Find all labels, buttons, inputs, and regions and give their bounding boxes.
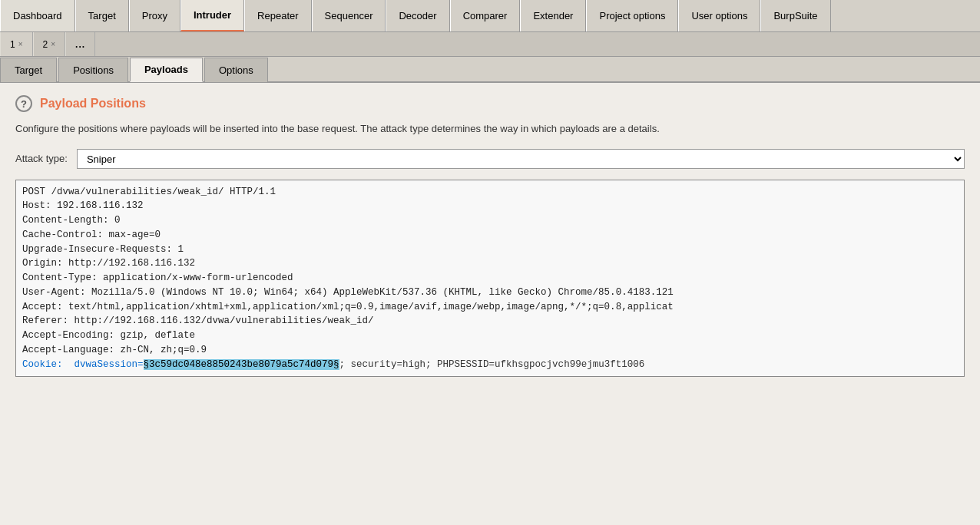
http-line-4: Cache-Control: max-age=0 [22,228,958,243]
http-line-3: Content-Length: 0 [22,213,958,228]
http-line-2: Host: 192.168.116.132 [22,199,958,213]
tab-bar: 1 × 2 × ... [0,32,980,57]
nav-user-options[interactable]: User options [678,0,760,31]
section-title: Payload Positions [40,97,146,111]
nav-proxy[interactable]: Proxy [129,0,180,31]
http-line-1: POST /dvwa/vulnerabilities/weak_id/ HTTP… [22,185,958,200]
http-line-10: Referer: http://192.168.116.132/dvwa/vul… [22,314,958,329]
help-icon[interactable]: ? [15,95,32,112]
tab-target[interactable]: Target [0,58,57,82]
section-description: Configure the positions where payloads w… [15,121,965,137]
tab-2-label: 2 [43,39,48,50]
attack-type-select[interactable]: Sniper Battering ram Pitchfork Cluster b… [77,149,965,169]
http-line-12: Accept-Language: zh-CN, zh;q=0.9 [22,343,958,358]
tab-1-close[interactable]: × [18,40,23,48]
main-content: ? Payload Positions Configure the positi… [0,83,980,525]
http-line-7: Content-Type: application/x-www-form-url… [22,271,958,286]
cookie-security: ; security=high; PHPSESSID=ufkhsgpocjvch… [339,359,645,370]
nav-intruder[interactable]: Intruder [180,0,244,31]
nav-extender[interactable]: Extender [520,0,586,31]
attack-type-row: Attack type: Sniper Battering ram Pitchf… [15,149,965,169]
tab-options[interactable]: Options [204,58,268,82]
tab-dots[interactable]: ... [65,32,95,56]
cookie-prefix: Cookie: dvwaSession=§3c59dc048e8850243be… [22,359,339,370]
nav-burp[interactable]: BurpSuite [760,0,830,31]
nav-target[interactable]: Target [75,0,129,31]
tab-1[interactable]: 1 × [0,32,33,56]
attack-type-label: Attack type: [15,153,68,164]
tab-2-close[interactable]: × [51,40,55,48]
http-line-11: Accept-Encoding: gzip, deflate [22,329,958,343]
http-editor[interactable]: POST /dvwa/vulnerabilities/weak_id/ HTTP… [15,180,965,378]
http-line-8: User-Agent: Mozilla/5.0 (Windows NT 10.0… [22,286,958,300]
nav-decoder[interactable]: Decoder [386,0,449,31]
cookie-session-value: §3c59dc048e8850243be8079a5c74d079§ [144,359,339,370]
tab-positions[interactable]: Positions [58,58,128,82]
secondary-tabs: Target Positions Payloads Options [0,57,980,83]
tab-dots-label: ... [75,39,85,50]
nav-project-options[interactable]: Project options [586,0,678,31]
tab-1-label: 1 [10,39,15,50]
tab-payloads[interactable]: Payloads [130,58,203,82]
http-line-5: Upgrade-Insecure-Requests: 1 [22,243,958,257]
top-nav: Dashboard Target Proxy Intruder Repeater… [0,0,980,32]
http-line-cookie: Cookie: dvwaSession=§3c59dc048e8850243be… [22,358,958,372]
http-line-6: Origin: http://192.168.116.132 [22,256,958,271]
nav-comparer[interactable]: Comparer [450,0,521,31]
tab-2[interactable]: 2 × [33,32,66,56]
nav-dashboard[interactable]: Dashboard [0,0,75,31]
nav-repeater[interactable]: Repeater [244,0,311,31]
nav-sequencer[interactable]: Sequencer [312,0,386,31]
http-line-9: Accept: text/html,application/xhtml+xml,… [22,300,958,315]
section-header: ? Payload Positions [15,95,965,112]
